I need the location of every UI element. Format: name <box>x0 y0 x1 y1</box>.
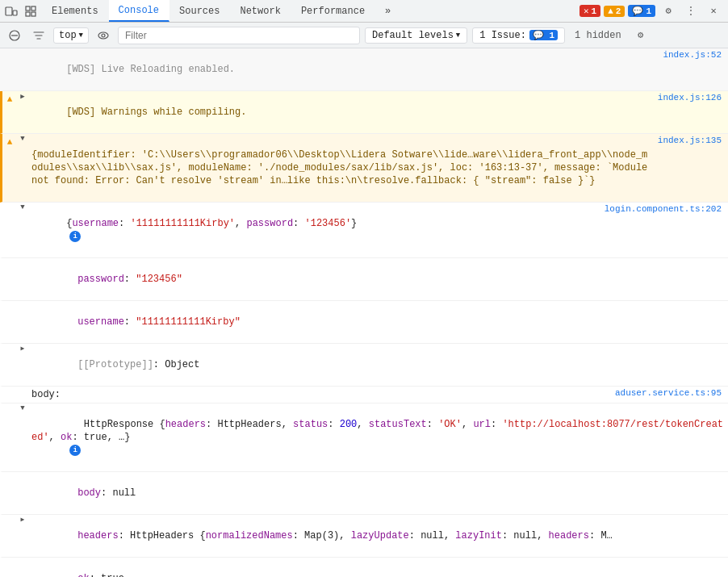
row-source[interactable]: login.component.ts:202 <box>598 203 728 215</box>
warning-icon: ▲ <box>608 6 613 16</box>
tab-more[interactable]: » <box>375 0 401 22</box>
row-content: HttpResponse {headers: HttpHeaders, stat… <box>28 404 728 470</box>
device-toolbar-icon[interactable] <box>3 3 19 19</box>
row-content: {moduleIdentifier: 'C:\\Users\\programad… <box>28 135 651 201</box>
row-content: body: <box>28 387 609 402</box>
issue-button[interactable]: 1 Issue: 💬 1 <box>472 27 565 44</box>
hidden-button[interactable]: 1 hidden <box>570 28 626 43</box>
close-icon[interactable]: ✕ <box>704 2 723 21</box>
tab-bar-right: ✕ 1 ▲ 2 💬 1 ⚙ ⋮ ✕ <box>575 0 728 22</box>
chevron-down-icon: ▼ <box>79 31 83 40</box>
row-toggle[interactable]: ▼ <box>17 203 28 211</box>
filter-icon[interactable] <box>29 26 48 45</box>
info-badge[interactable]: 💬 1 <box>628 5 655 17</box>
console-row: ok: true <box>0 558 728 577</box>
row-toggle[interactable]: ▼ <box>17 404 28 412</box>
console-output: [WDS] Live Reloading enabled. index.js:5… <box>0 48 728 577</box>
level-selector[interactable]: Default levels ▼ <box>365 27 467 44</box>
row-source[interactable]: index.js:52 <box>656 49 728 61</box>
row-toggle[interactable]: ▶ <box>17 92 28 101</box>
tab-console[interactable]: Console <box>109 0 169 22</box>
svg-rect-1 <box>13 10 17 15</box>
row-content: {username: '11111111111Kirby', password:… <box>28 203 598 257</box>
console-row: body: aduser.service.ts:95 <box>0 387 728 403</box>
row-icon <box>2 473 17 487</box>
chat-icon: 💬 <box>632 6 643 16</box>
console-row: ▲ ▼ {moduleIdentifier: 'C:\\Users\\progr… <box>0 134 728 203</box>
row-content: ok: true <box>40 558 728 577</box>
chevron-down-icon: ▼ <box>456 31 460 40</box>
console-settings-icon[interactable]: ⚙ <box>631 26 651 45</box>
row-content: [[Prototype]]: Object <box>40 345 728 385</box>
row-toggle[interactable]: ▶ <box>17 345 28 352</box>
tab-sources[interactable]: Sources <box>169 0 230 22</box>
row-content: headers: HttpHeaders {normalizedNames: M… <box>40 516 728 556</box>
context-selector[interactable]: top ▼ <box>53 27 89 44</box>
warning-icon: ▲ <box>2 92 17 107</box>
row-icon <box>2 387 17 402</box>
row-icon <box>2 259 17 274</box>
error-icon: ✕ <box>584 6 589 16</box>
console-row: [WDS] Live Reloading enabled. index.js:5… <box>0 48 728 91</box>
row-icon <box>2 302 17 316</box>
console-toolbar: top ▼ Default levels ▼ 1 Issue: 💬 1 1 hi… <box>0 23 728 48</box>
eye-icon[interactable] <box>94 26 113 45</box>
error-badge[interactable]: ✕ 1 <box>579 5 600 17</box>
tab-network[interactable]: Network <box>230 0 291 22</box>
clear-console-icon[interactable] <box>5 26 24 45</box>
row-content: [WDS] Warnings while compiling. <box>28 92 651 132</box>
svg-rect-0 <box>6 7 12 15</box>
row-source[interactable]: aduser.service.ts:95 <box>609 387 728 399</box>
console-row: ▼ {username: '11111111111Kirby', passwor… <box>0 203 728 258</box>
filter-input[interactable] <box>118 27 360 44</box>
console-row: body: null <box>0 472 728 515</box>
console-row: ▲ ▶ [WDS] Warnings while compiling. inde… <box>0 91 728 134</box>
row-icon <box>2 516 17 530</box>
warning-badge[interactable]: ▲ 2 <box>604 6 625 17</box>
console-row: password: "123456" <box>0 258 728 301</box>
inspect-icon[interactable] <box>23 3 39 19</box>
settings-icon[interactable]: ⚙ <box>659 2 678 21</box>
row-content: [WDS] Live Reloading enabled. <box>28 49 656 90</box>
issue-count-badge: 💬 1 <box>529 30 558 40</box>
row-toggle[interactable]: ▼ <box>17 135 28 143</box>
warning-icon: ▲ <box>2 135 17 149</box>
svg-point-8 <box>98 32 108 39</box>
row-icon <box>2 345 17 359</box>
console-row: ▶ [[Prototype]]: Object <box>0 344 728 387</box>
row-content: username: "11111111111Kirby" <box>40 302 728 342</box>
row-content: body: null <box>40 473 728 513</box>
tab-elements[interactable]: Elements <box>42 0 109 22</box>
tab-performance[interactable]: Performance <box>291 0 375 22</box>
devtools-tab-bar: Elements Console Sources Network Perform… <box>0 0 728 23</box>
svg-point-9 <box>102 34 105 37</box>
row-icon <box>2 203 17 218</box>
devtools-left-icons <box>0 0 42 22</box>
row-source[interactable]: index.js:135 <box>651 135 728 146</box>
row-source[interactable]: index.js:126 <box>651 92 728 103</box>
svg-rect-2 <box>26 6 30 10</box>
svg-rect-3 <box>31 6 36 10</box>
svg-rect-5 <box>31 12 36 16</box>
svg-rect-4 <box>26 12 30 16</box>
console-row: username: "11111111111Kirby" <box>0 301 728 344</box>
row-icon <box>2 49 17 64</box>
row-content: password: "123456" <box>40 259 728 299</box>
console-row: ▼ HttpResponse {headers: HttpHeaders, st… <box>0 403 728 472</box>
console-row: ▶ headers: HttpHeaders {normalizedNames:… <box>0 515 728 558</box>
row-toggle[interactable]: ▶ <box>17 516 28 523</box>
row-icon <box>2 558 17 573</box>
more-options-icon[interactable]: ⋮ <box>681 2 701 21</box>
row-icon <box>2 404 17 419</box>
